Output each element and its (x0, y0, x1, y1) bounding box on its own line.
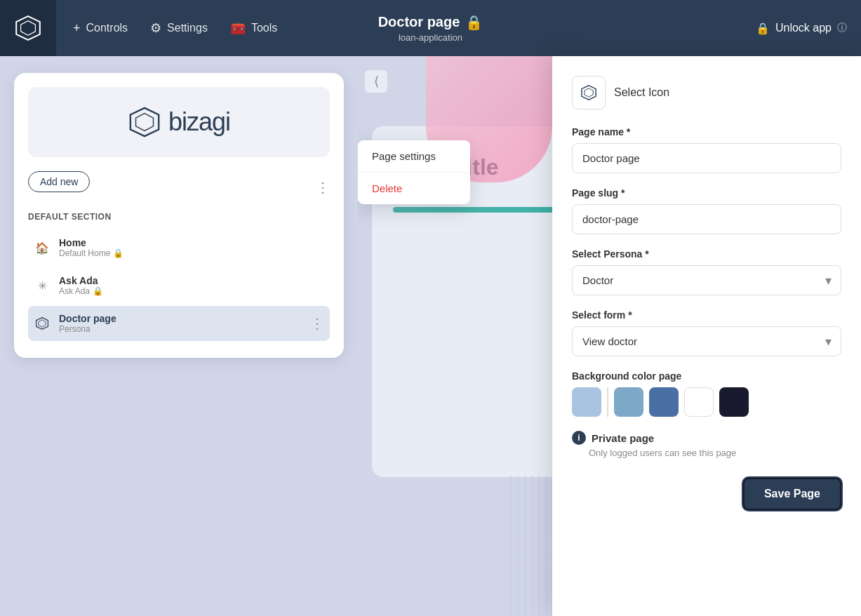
tools-nav-item[interactable]: 🧰 Tools (230, 20, 277, 36)
bizagi-text: bizagi (168, 107, 230, 137)
svg-marker-4 (36, 318, 48, 330)
save-page-button[interactable]: Save Page (743, 478, 841, 510)
app-logo (0, 0, 56, 56)
sidebar-item-home[interactable]: 🏠 Home Default Home 🔒 (28, 230, 330, 265)
sidebar-card: bizagi Add new ⋮ DEFAULT SECTION 🏠 Home … (14, 73, 344, 358)
tools-label: Tools (251, 22, 277, 34)
tools-icon: 🧰 (230, 20, 246, 36)
private-page-label: i Private page (572, 431, 841, 445)
select-icon-label: Select Icon (614, 86, 669, 99)
svg-marker-3 (135, 114, 153, 131)
page-settings-menu-item[interactable]: Page settings (358, 140, 470, 173)
doctor-page-sub: Persona (59, 324, 116, 334)
color-swatch-white[interactable] (684, 387, 714, 417)
private-info-icon: i (572, 431, 586, 445)
delete-menu-item[interactable]: Delete (358, 173, 470, 204)
main-area: bizagi Add new ⋮ DEFAULT SECTION 🏠 Home … (0, 56, 861, 616)
color-swatch-dark-blue[interactable] (649, 387, 679, 417)
svg-marker-2 (131, 108, 159, 136)
ask-ada-name: Ask Ada (59, 275, 103, 286)
add-new-button[interactable]: Add new (28, 171, 90, 192)
info-icon: ⓘ (837, 22, 847, 34)
page-slug-input[interactable] (572, 204, 841, 234)
ask-ada-sub: Ask Ada 🔒 (59, 286, 103, 296)
home-icon: 🏠 (34, 239, 51, 256)
icon-selector: Select Icon (572, 76, 841, 109)
svg-marker-6 (582, 86, 596, 100)
home-sub: Default Home 🔒 (59, 248, 124, 258)
icon-box-button[interactable] (572, 76, 606, 109)
private-page-sub: Only logged users can see this page (589, 448, 841, 458)
bizagi-logo: bizagi (128, 105, 230, 139)
settings-nav-item[interactable]: ⚙ Settings (150, 20, 208, 36)
page-title: Doctor page 🔒 (378, 14, 483, 31)
svg-marker-7 (585, 88, 593, 97)
doctor-page-more-icon[interactable]: ⋮ (310, 316, 324, 331)
form-select[interactable]: View doctor Edit doctor Create doctor (572, 326, 841, 356)
color-swatch-light-blue[interactable] (572, 387, 601, 417)
svg-marker-5 (39, 320, 46, 327)
doctor-page-icon (34, 315, 51, 332)
collapse-button[interactable]: ⟨ (365, 70, 387, 93)
controls-icon: + (73, 21, 81, 36)
bg-color-group: Background color page (572, 370, 841, 417)
controls-label: Controls (86, 22, 128, 34)
color-swatch-black[interactable] (719, 387, 749, 417)
private-page-section: i Private page Only logged users can see… (572, 431, 841, 458)
page-slug-label: Page slug * (572, 187, 841, 199)
controls-nav-item[interactable]: + Controls (73, 21, 128, 36)
header-center: Doctor page 🔒 loan-application (378, 14, 483, 43)
bg-lines-decoration (510, 476, 552, 616)
section-label: DEFAULT SECTION (28, 212, 330, 222)
color-swatches (572, 387, 841, 417)
persona-select[interactable]: Doctor Nurse Admin (572, 265, 841, 295)
sidebar-item-doctor-page[interactable]: Doctor page Persona ⋮ (28, 306, 330, 341)
page-name-label: Page name * (572, 126, 841, 138)
home-name: Home (59, 237, 124, 248)
form-label: Select form * (572, 309, 841, 321)
persona-label: Select Persona * (572, 248, 841, 260)
page-name-group: Page name * (572, 126, 841, 173)
color-divider (607, 387, 608, 417)
page-slug-group: Page slug * (572, 187, 841, 234)
context-menu: Page settings Delete (358, 140, 470, 204)
ask-ada-icon: ✳ (34, 277, 51, 294)
page-name-input[interactable] (572, 143, 841, 173)
unlock-app-button[interactable]: 🔒 Unlock app ⓘ (756, 22, 847, 35)
svg-marker-0 (16, 16, 40, 40)
sidebar: bizagi Add new ⋮ DEFAULT SECTION 🏠 Home … (0, 56, 358, 616)
form-group: Select form * View doctor Edit doctor Cr… (572, 309, 841, 356)
ask-ada-lock-icon: 🔒 (93, 286, 103, 296)
svg-marker-1 (21, 21, 36, 36)
doctor-page-name: Doctor page (59, 313, 116, 324)
sidebar-actions: Add new ⋮ (28, 171, 330, 203)
page-subtitle: loan-application (378, 32, 483, 43)
settings-panel: Select Icon Page name * Page slug * Sele… (552, 56, 861, 616)
bizagi-logo-icon (128, 105, 161, 139)
persona-group: Select Persona * Doctor Nurse Admin ▾ (572, 248, 841, 295)
unlock-icon: 🔒 (756, 22, 770, 35)
app-header: + Controls ⚙ Settings 🧰 Tools Doctor pag… (0, 0, 861, 56)
more-options-icon[interactable]: ⋮ (316, 180, 330, 194)
settings-icon: ⚙ (150, 20, 161, 36)
sidebar-logo-area: bizagi (28, 87, 330, 157)
bg-color-label: Background color page (572, 370, 841, 382)
color-swatch-medium-blue[interactable] (614, 387, 643, 417)
settings-label: Settings (167, 22, 208, 34)
home-lock-icon: 🔒 (113, 248, 124, 258)
lock-icon: 🔒 (465, 14, 483, 31)
sidebar-item-ask-ada[interactable]: ✳ Ask Ada Ask Ada 🔒 (28, 268, 330, 303)
